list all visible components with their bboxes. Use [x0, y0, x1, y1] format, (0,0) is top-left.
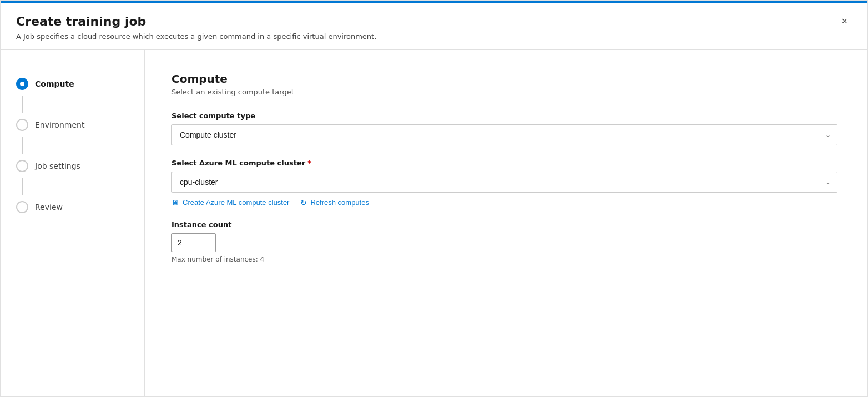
compute-type-label: Select compute type: [171, 112, 841, 120]
sidebar-step-compute[interactable]: Compute: [16, 72, 129, 96]
main-content: Compute Select an existing compute targe…: [145, 50, 867, 396]
step-circle-job-settings: [16, 160, 28, 172]
instance-count-label: Instance count: [171, 220, 841, 229]
step-circle-compute: [16, 78, 28, 90]
connector-3: [22, 178, 23, 195]
instance-count-field-group: Instance count Max number of instances: …: [171, 220, 841, 263]
step-label-environment: Environment: [35, 120, 84, 129]
dialog-header: Create training job A Job specifies a cl…: [1, 3, 867, 50]
dialog-body: Compute Environment Job settings Review: [1, 50, 867, 396]
dialog-subtitle: A Job specifies a cloud resource which e…: [16, 32, 376, 41]
sidebar-step-review[interactable]: Review: [16, 195, 129, 219]
sidebar: Compute Environment Job settings Review: [1, 50, 145, 396]
refresh-computes-link[interactable]: ↻ Refresh computes: [300, 198, 369, 207]
cluster-field-group: Select Azure ML compute cluster * cpu-cl…: [171, 159, 841, 207]
step-circle-environment: [16, 119, 28, 131]
header-text: Create training job A Job specifies a cl…: [16, 14, 376, 41]
sidebar-step-job-settings[interactable]: Job settings: [16, 154, 129, 178]
action-links: 🖥 Create Azure ML compute cluster ↻ Refr…: [171, 198, 841, 207]
compute-type-select-wrapper: Compute cluster Compute instance ⌄: [171, 124, 837, 145]
monitor-icon: 🖥: [171, 198, 179, 207]
connector-1: [22, 96, 23, 113]
section-title: Compute: [171, 72, 841, 86]
refresh-icon: ↻: [300, 198, 307, 207]
compute-type-field-group: Select compute type Compute cluster Comp…: [171, 112, 841, 145]
cluster-label: Select Azure ML compute cluster *: [171, 159, 841, 167]
compute-type-select[interactable]: Compute cluster Compute instance: [171, 124, 837, 145]
cluster-select[interactable]: cpu-cluster: [171, 172, 837, 193]
connector-2: [22, 137, 23, 154]
create-cluster-link[interactable]: 🖥 Create Azure ML compute cluster: [171, 198, 289, 207]
cluster-select-wrapper: cpu-cluster ⌄: [171, 172, 837, 193]
required-star: *: [307, 159, 311, 167]
instance-count-input[interactable]: [171, 233, 216, 252]
step-label-job-settings: Job settings: [35, 162, 80, 170]
dialog-title: Create training job: [16, 14, 376, 30]
create-training-job-dialog: Create training job A Job specifies a cl…: [0, 0, 868, 397]
section-subtitle: Select an existing compute target: [171, 88, 841, 96]
step-circle-review: [16, 201, 28, 213]
step-label-review: Review: [35, 203, 63, 212]
max-instances-text: Max number of instances: 4: [171, 255, 841, 263]
close-button[interactable]: ×: [837, 14, 852, 28]
step-label-compute: Compute: [35, 79, 74, 88]
sidebar-step-environment[interactable]: Environment: [16, 113, 129, 137]
